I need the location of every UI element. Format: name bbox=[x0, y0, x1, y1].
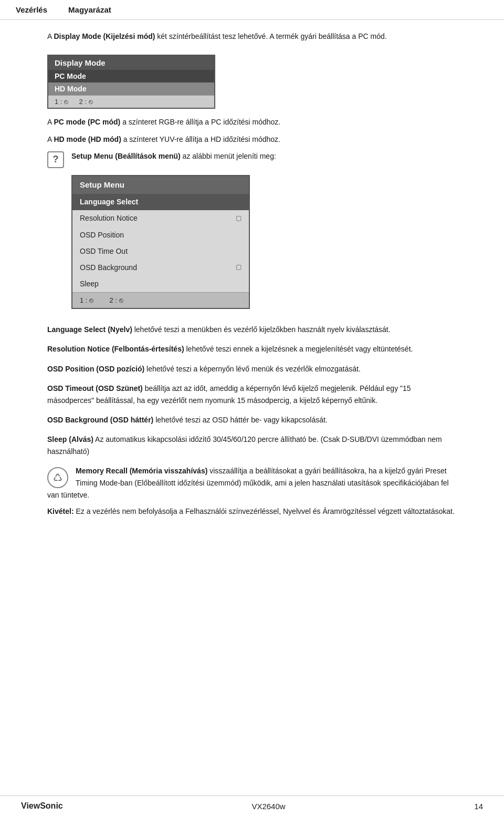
osd-item-hd-mode: HD Mode bbox=[48, 82, 214, 95]
footer-key-2: 2 : bbox=[79, 98, 86, 106]
exception-text: Kivétel: Ez a vezérlés nem befolyásolja … bbox=[47, 505, 457, 518]
resolution-check-icon: ▢ bbox=[236, 213, 242, 224]
nav-item-controls[interactable]: Vezérlés bbox=[16, 5, 47, 14]
recall-icon: ♺ bbox=[47, 467, 68, 488]
setup-menu-title: Setup Menu bbox=[72, 176, 249, 194]
setup-menu-intro-block: Setup Menu (Beállítások menü) az alábbi … bbox=[47, 150, 457, 316]
setup-item-osd-position: OSD Position bbox=[72, 227, 249, 243]
osd-background-desc: OSD Background (OSD háttér) lehetővé tes… bbox=[47, 414, 457, 426]
osd-position-desc: OSD Position (OSD pozíció) lehetővé tesz… bbox=[47, 363, 457, 375]
setup-item-osd-timeout: OSD Time Out bbox=[72, 243, 249, 260]
osd-display-footer: 1 : ⎋ 2 : ⎋ bbox=[48, 95, 214, 108]
setup-menu-intro: Setup Menu (Beállítások menü) az alábbi … bbox=[47, 150, 457, 162]
setup-footer-icon-2: ⎋ bbox=[119, 295, 123, 306]
help-question-icon: ? bbox=[47, 151, 64, 168]
footer-icon-2: ⎋ bbox=[89, 98, 93, 106]
osd-item-pc-mode: PC Mode bbox=[48, 70, 214, 82]
page-footer: ViewSonic VX2640w 14 bbox=[0, 796, 504, 816]
setup-menu-section: ? Setup Menu (Beállítások menü) az alább… bbox=[47, 150, 457, 316]
setup-footer-item-1: 1 : ⎋ bbox=[80, 295, 93, 306]
setup-item-osd-background: OSD Background ▢ bbox=[72, 260, 249, 276]
setup-item-resolution: Resolution Notice ▢ bbox=[72, 210, 249, 226]
language-select-label: Language Select bbox=[80, 196, 138, 208]
top-navigation: Vezérlés Magyarázat bbox=[0, 0, 504, 20]
footer-item-1: 1 : ⎋ bbox=[55, 98, 68, 106]
setup-footer-item-2: 2 : ⎋ bbox=[109, 295, 123, 306]
footer-item-2: 2 : ⎋ bbox=[79, 98, 92, 106]
memory-recall-text-block: Memory Recall (Memória visszahívás) viss… bbox=[47, 465, 457, 518]
setup-footer-key-2: 2 : bbox=[109, 295, 117, 306]
pc-mode-desc: A PC mode (PC mód) a színteret RGB-re ál… bbox=[47, 116, 457, 128]
resolution-notice-desc: Resolution Notice (Felbontás-értesítés) … bbox=[47, 343, 457, 355]
memory-recall-desc: Memory Recall (Memória visszahívás) viss… bbox=[47, 465, 457, 501]
osd-display-mode-title: Display Mode bbox=[48, 56, 214, 70]
osd-background-section: OSD Background (OSD háttér) lehetővé tes… bbox=[47, 414, 457, 426]
sleep-section: Sleep (Alvás) Az automatikus kikapcsolás… bbox=[47, 433, 457, 458]
language-select-section: Language Select (Nyelv) lehetővé teszi a… bbox=[47, 324, 457, 336]
setup-footer-icon-1: ⎋ bbox=[89, 295, 93, 306]
setup-footer-key-1: 1 : bbox=[80, 295, 87, 306]
page-number: 14 bbox=[474, 802, 483, 811]
osd-background-label: OSD Background bbox=[80, 262, 137, 274]
osd-background-check-icon: ▢ bbox=[236, 262, 242, 273]
setup-item-language: Language Select bbox=[72, 194, 249, 210]
osd-position-label: OSD Position bbox=[80, 229, 124, 241]
brand-label: ViewSonic bbox=[21, 801, 63, 811]
display-mode-menu: Display Mode PC Mode HD Mode 1 : ⎋ 2 : ⎋ bbox=[47, 47, 457, 116]
model-label: VX2640w bbox=[251, 802, 285, 811]
hd-mode-desc: A HD mode (HD mód) a színteret YUV-re ál… bbox=[47, 133, 457, 145]
language-select-desc: Language Select (Nyelv) lehetővé teszi a… bbox=[47, 324, 457, 336]
setup-footer: 1 : ⎋ 2 : ⎋ bbox=[72, 292, 249, 308]
osd-timeout-section: OSD Timeout (OSD Szünet) beállítja azt a… bbox=[47, 383, 457, 407]
sleep-desc: Sleep (Alvás) Az automatikus kikapcsolás… bbox=[47, 433, 457, 458]
setup-item-sleep: Sleep bbox=[72, 276, 249, 292]
footer-key-1: 1 : bbox=[55, 98, 62, 106]
osd-timeout-label: OSD Time Out bbox=[80, 245, 128, 257]
nav-item-explanation[interactable]: Magyarázat bbox=[68, 5, 111, 14]
memory-recall-section: ♺ Memory Recall (Memória visszahívás) vi… bbox=[47, 465, 457, 518]
main-content: A Display Mode (Kijelzési mód) két színt… bbox=[16, 20, 488, 535]
osd-display-mode-box: Display Mode PC Mode HD Mode 1 : ⎋ 2 : ⎋ bbox=[47, 55, 215, 109]
resolution-notice-label: Resolution Notice bbox=[80, 212, 138, 224]
display-mode-intro: A Display Mode (Kijelzési mód) két színt… bbox=[47, 30, 457, 42]
resolution-notice-section: Resolution Notice (Felbontás-értesítés) … bbox=[47, 343, 457, 355]
footer-icon-1: ⎋ bbox=[64, 98, 68, 106]
pc-mode-label: PC Mode bbox=[55, 72, 86, 80]
hd-mode-label: HD Mode bbox=[55, 85, 87, 93]
sleep-label: Sleep bbox=[80, 278, 99, 290]
osd-timeout-desc: OSD Timeout (OSD Szünet) beállítja azt a… bbox=[47, 383, 457, 407]
setup-menu-box: Setup Menu Language Select Resolution No… bbox=[71, 175, 250, 309]
osd-position-section: OSD Position (OSD pozíció) lehetővé tesz… bbox=[47, 363, 457, 375]
